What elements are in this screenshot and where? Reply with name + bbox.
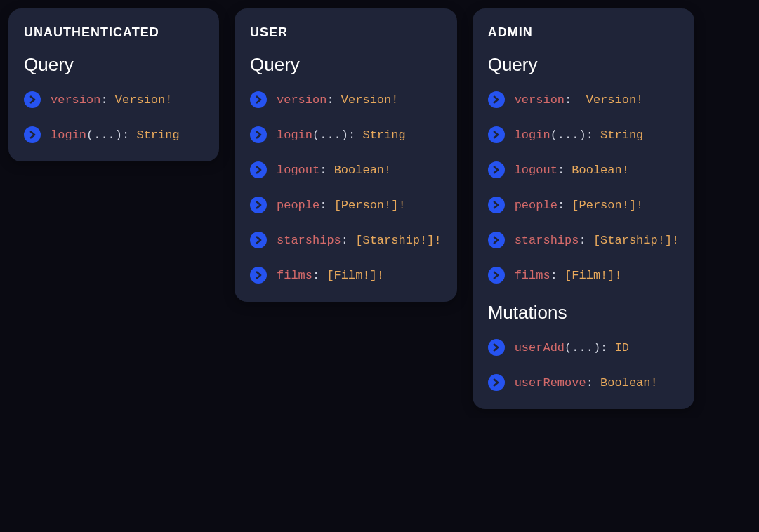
field-row[interactable]: starships: [Starship!]!: [488, 232, 680, 248]
chevron-right-icon[interactable]: [250, 91, 267, 108]
field-args: (...): [312, 128, 348, 142]
field-row[interactable]: films: [Film!]!: [250, 267, 442, 284]
field-name: login: [515, 128, 550, 142]
field-type: [Starship!]!: [593, 234, 679, 247]
field-args: (...): [86, 128, 122, 142]
chevron-right-icon[interactable]: [488, 161, 505, 178]
field-name: films: [277, 269, 312, 282]
field-signature: version: Version!: [51, 93, 172, 107]
field-name: version: [51, 93, 100, 107]
field-name: logout: [277, 164, 319, 177]
field-row[interactable]: version: Version!: [24, 91, 204, 108]
field-separator: :: [600, 341, 614, 354]
chevron-right-icon[interactable]: [488, 91, 505, 108]
chevron-right-icon[interactable]: [488, 197, 505, 213]
section-heading: Query: [250, 54, 442, 76]
field-separator: :: [550, 269, 565, 282]
field-type: Boolean!: [600, 376, 658, 390]
field-type: [Starship!]!: [355, 234, 441, 247]
field-name: userAdd: [515, 341, 565, 354]
field-separator: :: [341, 234, 355, 247]
field-signature: films: [Film!]!: [515, 269, 622, 282]
field-row[interactable]: starships: [Starship!]!: [250, 232, 442, 248]
field-type: ID: [615, 341, 629, 354]
field-separator: :: [319, 199, 334, 212]
section-heading: Query: [24, 54, 204, 76]
chevron-right-icon[interactable]: [250, 197, 267, 213]
chevron-right-icon[interactable]: [250, 267, 267, 284]
field-separator: :: [586, 376, 600, 390]
field-type: Version!: [341, 93, 399, 107]
field-type: Version!: [115, 93, 173, 107]
field-signature: logout: Boolean!: [277, 164, 391, 177]
field-row[interactable]: people: [Person!]!: [250, 197, 442, 213]
field-row[interactable]: version: Version!: [488, 91, 680, 108]
field-name: login: [51, 128, 86, 142]
field-name: people: [277, 199, 319, 212]
field-separator: :: [579, 234, 593, 247]
field-signature: films: [Film!]!: [277, 269, 384, 282]
field-name: people: [515, 199, 557, 212]
field-name: login: [277, 128, 312, 142]
field-type: [Person!]!: [572, 199, 643, 212]
field-name: version: [277, 93, 326, 107]
field-separator: :: [565, 93, 586, 107]
field-name: starships: [277, 234, 341, 247]
chevron-right-icon[interactable]: [488, 339, 505, 356]
field-type: [Person!]!: [334, 199, 406, 212]
field-type: String: [136, 128, 179, 142]
chevron-right-icon[interactable]: [250, 161, 267, 178]
field-separator: :: [319, 164, 334, 177]
field-row[interactable]: films: [Film!]!: [488, 267, 680, 284]
field-type: Boolean!: [334, 164, 392, 177]
field-signature: logout: Boolean!: [515, 164, 629, 177]
role-card: USERQueryversion: Version!login(...): St…: [235, 8, 457, 302]
chevron-right-icon[interactable]: [250, 126, 267, 143]
field-args: (...): [550, 128, 586, 142]
field-separator: :: [557, 164, 572, 177]
field-signature: people: [Person!]!: [515, 199, 644, 212]
field-row[interactable]: userRemove: Boolean!: [488, 374, 680, 391]
field-signature: version: Version!: [277, 93, 398, 107]
field-separator: :: [122, 128, 136, 142]
chevron-right-icon[interactable]: [24, 126, 41, 143]
chevron-right-icon[interactable]: [488, 126, 505, 143]
field-type: Boolean!: [572, 164, 629, 177]
section-heading: Query: [488, 54, 680, 76]
field-signature: login(...): String: [277, 128, 406, 142]
field-separator: :: [100, 93, 114, 107]
chevron-right-icon[interactable]: [488, 267, 505, 284]
field-type: [Film!]!: [326, 269, 384, 282]
chevron-right-icon[interactable]: [488, 374, 505, 391]
field-type: Version!: [586, 93, 644, 107]
field-row[interactable]: logout: Boolean!: [488, 161, 680, 178]
field-name: starships: [515, 234, 579, 247]
field-row[interactable]: userAdd(...): ID: [488, 339, 680, 356]
field-args: (...): [565, 341, 600, 354]
role-card: UNAUTHENTICATEDQueryversion: Version!log…: [8, 8, 219, 161]
field-row[interactable]: login(...): String: [488, 126, 680, 143]
field-row[interactable]: login(...): String: [24, 126, 204, 143]
chevron-right-icon[interactable]: [24, 91, 41, 108]
card-title: UNAUTHENTICATED: [24, 25, 204, 40]
field-signature: login(...): String: [51, 128, 180, 142]
field-separator: :: [326, 93, 341, 107]
field-name: films: [515, 269, 550, 282]
field-row[interactable]: logout: Boolean!: [250, 161, 442, 178]
field-signature: people: [Person!]!: [277, 199, 406, 212]
field-row[interactable]: people: [Person!]!: [488, 197, 680, 213]
card-title: USER: [250, 25, 442, 40]
chevron-right-icon[interactable]: [488, 232, 505, 248]
field-separator: :: [557, 199, 572, 212]
field-signature: userAdd(...): ID: [515, 341, 629, 354]
field-signature: login(...): String: [515, 128, 644, 142]
chevron-right-icon[interactable]: [250, 232, 267, 248]
field-name: userRemove: [515, 376, 586, 390]
field-type: String: [362, 128, 405, 142]
field-signature: userRemove: Boolean!: [515, 376, 658, 390]
field-signature: starships: [Starship!]!: [515, 234, 680, 247]
role-card: ADMINQueryversion: Version!login(...): S…: [473, 8, 695, 409]
field-type: String: [600, 128, 643, 142]
field-row[interactable]: login(...): String: [250, 126, 442, 143]
field-row[interactable]: version: Version!: [250, 91, 442, 108]
